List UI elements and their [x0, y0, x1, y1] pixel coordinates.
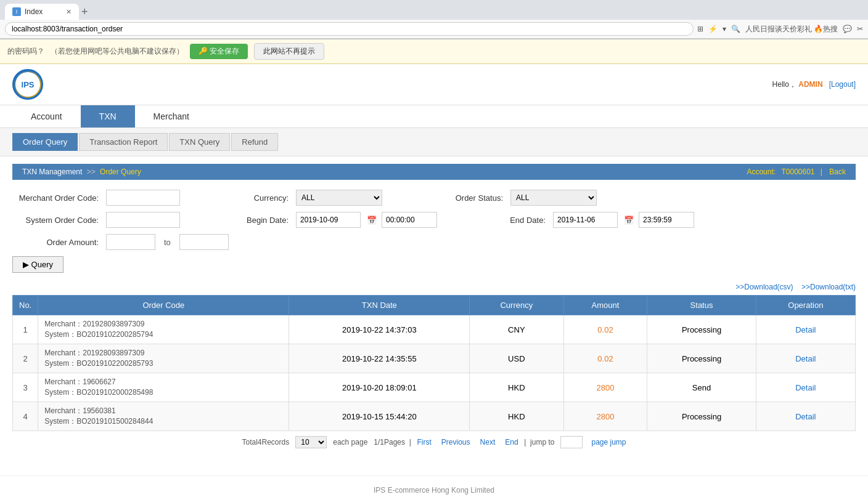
- detail-link[interactable]: Detail: [795, 383, 816, 392]
- cell-no: 2: [13, 344, 38, 373]
- cell-currency: USD: [470, 344, 563, 373]
- breadcrumb-separator: >>: [87, 168, 96, 176]
- cell-currency: CNY: [470, 315, 563, 344]
- col-currency: Currency: [470, 296, 563, 315]
- download-links: >>Download(csv) >>Download(txt): [12, 283, 856, 291]
- first-link[interactable]: First: [417, 438, 432, 446]
- logout-link[interactable]: [Logout]: [829, 80, 856, 89]
- sub-nav-refund[interactable]: Refund: [231, 133, 278, 151]
- previous-link[interactable]: Previous: [441, 438, 470, 446]
- logo-inner: IPS: [15, 72, 40, 97]
- new-tab-button[interactable]: +: [81, 6, 88, 18]
- table-row: 2 Merchant：201928093897309 System：BO2019…: [13, 344, 856, 373]
- table-row: 3 Merchant：19606627 System：BO20191020002…: [13, 373, 856, 402]
- cell-txn-date: 2019-10-20 18:09:01: [289, 373, 470, 402]
- currency-select[interactable]: ALL CNY USD HKD: [296, 190, 382, 206]
- account-separator: |: [821, 168, 822, 176]
- search-icon[interactable]: 🔍: [731, 25, 740, 33]
- account-info: Account: T0000601 | Back: [747, 168, 846, 176]
- order-status-label: Order Status:: [417, 193, 503, 203]
- header-right: Hello， ADMIN [Logout]: [772, 79, 856, 90]
- dropdown-icon[interactable]: ▾: [723, 25, 726, 33]
- begin-date-icon[interactable]: 📅: [367, 216, 377, 225]
- begin-date-input[interactable]: [296, 212, 361, 228]
- save-password-button[interactable]: 🔑 安全保存: [190, 44, 248, 59]
- download-csv-link[interactable]: >>Download(csv): [735, 283, 793, 291]
- jump-to-label: jump to: [530, 438, 554, 446]
- nav-account[interactable]: Account: [12, 105, 81, 127]
- no-remind-button[interactable]: 此网站不再提示: [254, 43, 324, 60]
- end-date-input[interactable]: [553, 212, 618, 228]
- cell-no: 3: [13, 373, 38, 402]
- breadcrumb-parent: TXN Management: [22, 168, 82, 176]
- message-icon[interactable]: 💬: [843, 25, 852, 33]
- end-time-input[interactable]: [639, 212, 694, 228]
- order-system-code: System：BO2019101500284844: [44, 416, 282, 427]
- password-question: 的密码吗？: [7, 46, 44, 57]
- col-order-code: Order Code: [38, 296, 289, 315]
- order-status-select[interactable]: ALL Processing Send Success Failed: [510, 190, 597, 206]
- system-order-code-input[interactable]: [106, 212, 180, 228]
- cell-order-code: Merchant：201928093897309 System：BO201910…: [38, 315, 289, 344]
- begin-date-label: Begin Date:: [202, 216, 289, 225]
- download-txt-link[interactable]: >>Download(txt): [801, 283, 856, 291]
- page-jump-button[interactable]: page jump: [591, 438, 626, 446]
- order-merchant-code: Merchant：201928093897309: [44, 319, 282, 329]
- order-merchant-code: Merchant：19560381: [44, 406, 282, 416]
- cell-amount: 0.02: [563, 315, 647, 344]
- order-amount-from-input[interactable]: [106, 234, 155, 250]
- table-row: 1 Merchant：201928093897309 System：BO2019…: [13, 315, 856, 344]
- cell-txn-date: 2019-10-22 14:35:55: [289, 344, 470, 373]
- query-form: Merchant Order Code: Currency: ALL CNY U…: [0, 180, 868, 283]
- cell-order-code: Merchant：19606627 System：BO2019102000285…: [38, 373, 289, 402]
- admin-name: ADMIN: [798, 80, 822, 89]
- pagination: Total4Records 10 20 50 100 each page 1/1…: [12, 431, 856, 453]
- back-link[interactable]: Back: [829, 168, 846, 176]
- cell-status: Processing: [647, 315, 756, 344]
- detail-link[interactable]: Detail: [795, 325, 816, 334]
- apps-icon[interactable]: ⊞: [697, 25, 703, 33]
- lightning-icon[interactable]: ⚡: [708, 25, 718, 33]
- form-row-2: System Order Code: Begin Date: 📅 End Dat…: [12, 212, 856, 228]
- sub-nav-txn-query[interactable]: TXN Query: [169, 133, 230, 151]
- col-amount: Amount: [563, 296, 647, 315]
- cell-amount: 2800: [563, 402, 647, 431]
- browser-toolbar-icons: ⊞ ⚡ ▾ 🔍 人民日报谈天价彩礼 🔥热搜 💬 ✂: [697, 24, 863, 34]
- detail-link[interactable]: Detail: [795, 354, 816, 363]
- end-date-label: End Date:: [459, 216, 546, 225]
- detail-link[interactable]: Detail: [795, 412, 816, 421]
- password-hint: （若您使用网吧等公共电脑不建议保存）: [51, 46, 184, 57]
- query-button[interactable]: ▶ Query: [12, 256, 63, 273]
- order-amount-to-input[interactable]: [179, 234, 229, 250]
- nav-merchant[interactable]: Merchant: [135, 105, 208, 127]
- begin-time-input[interactable]: [382, 212, 437, 228]
- system-order-code-label: System Order Code:: [12, 216, 99, 225]
- end-link[interactable]: End: [505, 438, 518, 446]
- tab-label: Index: [25, 7, 43, 16]
- breadcrumb: TXN Management >> Order Query: [22, 168, 141, 176]
- order-merchant-code: Merchant：19606627: [44, 377, 282, 387]
- to-label: to: [164, 238, 171, 247]
- total-records: Total4Records: [242, 438, 290, 446]
- end-date-icon[interactable]: 📅: [624, 216, 634, 225]
- account-value: T0000601: [781, 168, 814, 176]
- order-merchant-code: Merchant：201928093897309: [44, 348, 282, 358]
- app-header: IPS Hello， ADMIN [Logout]: [0, 64, 868, 105]
- currency-label: Currency:: [202, 193, 289, 203]
- merchant-order-code-input[interactable]: [106, 190, 180, 206]
- address-input[interactable]: [5, 22, 694, 36]
- cell-currency: HKD: [470, 373, 563, 402]
- scissors-icon[interactable]: ✂: [857, 25, 863, 33]
- next-link[interactable]: Next: [480, 438, 496, 446]
- logo-text: IPS: [22, 80, 35, 89]
- sub-nav-order-query[interactable]: Order Query: [12, 133, 78, 151]
- breadcrumb-current[interactable]: Order Query: [100, 168, 141, 176]
- sub-nav-transaction-report[interactable]: Transaction Report: [79, 133, 168, 151]
- nav-txn[interactable]: TXN: [81, 105, 135, 127]
- cell-currency: HKD: [470, 402, 563, 431]
- active-tab[interactable]: I Index ✕: [5, 4, 79, 20]
- page-jump-input[interactable]: [560, 436, 583, 448]
- per-page-select[interactable]: 10 20 50 100: [295, 436, 327, 448]
- cell-status: Processing: [647, 402, 756, 431]
- tab-close-button[interactable]: ✕: [66, 8, 72, 16]
